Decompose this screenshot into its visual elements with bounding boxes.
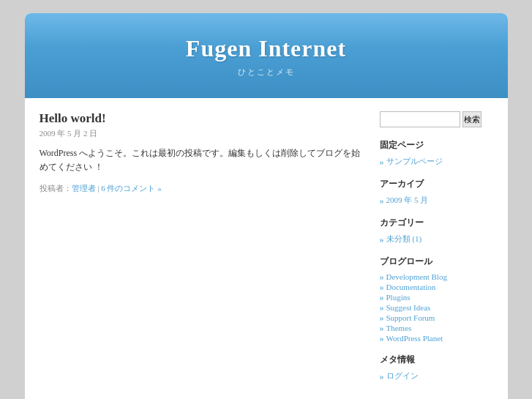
widget-meta-title: メタ情報	[380, 354, 493, 366]
site-header: Fugen Internet ひとことメモ	[25, 13, 508, 98]
main-content: Hello world! 2009 年 5 月 2 日 WordPress へよ…	[40, 111, 365, 392]
widget-meta: メタ情報 ログイン	[380, 354, 493, 382]
blogroll-link-support[interactable]: Support Forum	[386, 313, 435, 322]
site-tagline: ひとことメモ	[40, 67, 493, 78]
post-author-link[interactable]: 管理者	[72, 184, 96, 193]
widget-categories-title: カテゴリー	[380, 217, 493, 229]
post-comments-link[interactable]: 6 件のコメント »	[101, 184, 162, 193]
widget-archives: アーカイブ 2009 年 5 月	[380, 178, 493, 206]
search-input[interactable]	[380, 111, 460, 127]
blogroll-link-devblog[interactable]: Development Blog	[386, 272, 447, 281]
site-title: Fugen Internet	[40, 35, 493, 62]
list-item: Development Blog	[380, 272, 493, 282]
list-item: 未分類 (1)	[380, 233, 493, 245]
widget-blogroll-title: ブログロール	[380, 256, 493, 268]
post-date: 2009 年 5 月 2 日	[40, 128, 365, 139]
blogroll-link-plugins[interactable]: Plugins	[386, 293, 411, 302]
list-item: Suggest Ideas	[380, 302, 493, 313]
list-item: Documentation	[380, 282, 493, 292]
list-item: WordPress Planet	[380, 333, 493, 343]
post-author-prefix: 投稿者：	[40, 184, 72, 193]
post-body: WordPress へようこそ。これは最初の投稿です。編集もしくは削除してブログ…	[40, 146, 365, 174]
pages-link-sample[interactable]: サンプルページ	[386, 156, 443, 167]
archive-link-may[interactable]: 2009 年 5 月	[386, 195, 429, 206]
widget-archives-title: アーカイブ	[380, 178, 493, 190]
widget-pages-title: 固定ページ	[380, 139, 493, 152]
blogroll-link-docs[interactable]: Documentation	[386, 283, 436, 291]
list-item: サンプルページ	[380, 155, 493, 168]
list-item: 2009 年 5 月	[380, 194, 493, 206]
blogroll-link-themes[interactable]: Themes	[386, 324, 412, 332]
list-item: Support Forum	[380, 313, 493, 323]
search-button[interactable]: 検索	[462, 111, 482, 127]
post-footer: 投稿者：管理者 | 6 件のコメント »	[40, 183, 365, 194]
blogroll-link-wpplanet[interactable]: WordPress Planet	[386, 334, 443, 343]
sidebar: 検索 固定ページ サンプルページ アーカイブ 2009 年 5 月	[380, 111, 493, 392]
meta-link-login[interactable]: ログイン	[386, 370, 419, 381]
widget-blogroll: ブログロール Development Blog Documentation Pl…	[380, 256, 493, 343]
list-item: Themes	[380, 323, 493, 333]
search-widget: 検索	[380, 111, 493, 127]
category-link-uncategorized[interactable]: 未分類 (1)	[386, 234, 422, 245]
list-item: Plugins	[380, 292, 493, 302]
widget-pages: 固定ページ サンプルページ	[380, 139, 493, 168]
widget-categories: カテゴリー 未分類 (1)	[380, 217, 493, 245]
blogroll-link-suggest[interactable]: Suggest Ideas	[386, 303, 431, 312]
list-item: ログイン	[380, 370, 493, 382]
post-title: Hello world!	[40, 111, 365, 126]
